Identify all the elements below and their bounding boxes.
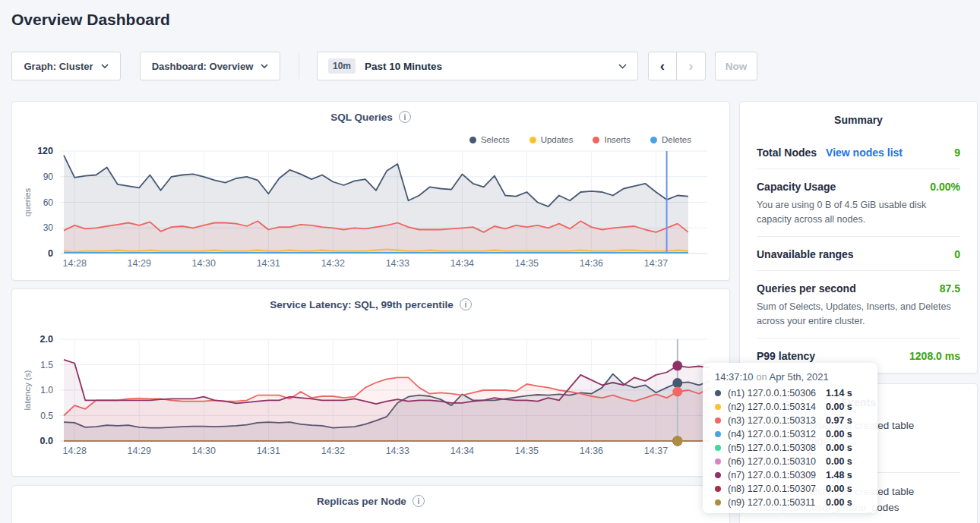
tooltip-row: (n6) 127.0.0.1:503100.00 s	[715, 455, 865, 468]
tooltip-on: on	[756, 371, 767, 383]
y-axis-label: latency (s)	[23, 370, 32, 410]
node-address: (n1) 127.0.0.1:50306	[728, 388, 826, 399]
dashboard-dropdown[interactable]: Dashboard: Overview	[140, 52, 280, 80]
node-address: (n7) 127.0.0.1:50309	[728, 470, 826, 480]
node-latency-value: 0.00 s	[826, 456, 852, 467]
x-tick-label: 14:28	[63, 258, 87, 269]
graph-dropdown[interactable]: Graph: Cluster	[11, 52, 121, 80]
time-nav-group: ‹ ›	[648, 52, 706, 80]
node-address: (n8) 127.0.0.1:50307	[728, 484, 826, 494]
node-latency-value: 0.00 s	[826, 402, 852, 412]
hover-dot	[672, 378, 682, 388]
x-tick-label: 14:37	[644, 446, 668, 456]
replicas-card: Replicas per Node i	[11, 485, 730, 523]
y-tick-label: 1.5	[40, 360, 53, 370]
node-address: (n2) 127.0.0.1:50314	[728, 402, 826, 412]
tooltip-date: Apr 5th, 2021	[770, 371, 829, 383]
summary-title: Summary	[740, 102, 977, 126]
sql-queries-chart[interactable]: 030609012014:2814:2914:3014:3114:3214:33…	[12, 102, 731, 282]
x-tick-label: 14:36	[580, 446, 603, 456]
x-tick-label: 14:30	[192, 446, 216, 456]
y-tick-label: 60	[43, 197, 54, 208]
node-address: (n9) 127.0.0.1:50311	[728, 497, 826, 508]
x-tick-label: 14:33	[386, 258, 409, 269]
x-tick-label: 14:34	[450, 446, 474, 456]
x-tick-label: 14:29	[128, 258, 151, 269]
node-address: (n6) 127.0.0.1:50310	[728, 456, 826, 467]
replicas-title: Replicas per Node	[317, 496, 406, 507]
y-tick-label: 30	[43, 222, 54, 233]
page-title: Overview Dashboard	[11, 11, 170, 29]
qps-desc: Sum of Selects, Updates, Inserts, and De…	[757, 300, 960, 339]
time-range-label: Past 10 Minutes	[365, 61, 442, 72]
capacity-value: 0.00%	[930, 181, 960, 193]
graph-dropdown-label: Graph: Cluster	[24, 61, 93, 72]
y-tick-label: 120	[37, 146, 53, 156]
node-latency-value: 0.00 s	[826, 497, 852, 508]
qps-label: Queries per second	[757, 282, 856, 295]
y-tick-label: 2.0	[40, 334, 53, 345]
y-tick-label: 0	[48, 248, 53, 259]
chevron-down-icon	[618, 64, 627, 69]
tooltip-row: (n7) 127.0.0.1:503091.48 s	[715, 468, 865, 482]
tooltip-time: 14:37:10	[715, 371, 754, 383]
node-latency-value: 0.00 s	[826, 484, 852, 494]
chevron-down-icon	[261, 64, 268, 68]
tooltip-header: 14:37:10 on Apr 5th, 2021	[715, 371, 865, 383]
x-tick-label: 14:31	[257, 446, 280, 456]
latency-card: Service Latency: SQL, 99th percentile i …	[11, 288, 730, 477]
info-icon[interactable]: i	[413, 495, 425, 507]
tooltip-row: (n1) 127.0.0.1:503061.14 s	[715, 386, 865, 400]
x-tick-label: 14:29	[128, 446, 151, 456]
x-tick-label: 14:33	[386, 446, 409, 456]
node-address: (n4) 127.0.0.1:50312	[728, 429, 826, 440]
prev-button[interactable]: ‹	[649, 52, 677, 80]
summary-card: Summary Total Nodes View nodes list 9 Ca…	[739, 101, 978, 373]
y-tick-label: 0.5	[40, 411, 53, 421]
node-latency-value: 1.48 s	[826, 470, 852, 480]
node-color-dot	[715, 417, 721, 424]
time-range-selector[interactable]: 10m Past 10 Minutes	[317, 52, 638, 80]
latency-chart[interactable]: 0.00.51.01.52.014:2814:2914:3014:3114:32…	[12, 289, 731, 477]
node-color-dot	[715, 472, 721, 478]
node-color-dot	[715, 499, 721, 506]
node-latency-value: 0.97 s	[826, 415, 852, 426]
dashboard-dropdown-label: Dashboard: Overview	[152, 61, 254, 72]
node-latency-value: 1.14 s	[826, 388, 852, 399]
hover-dot	[672, 436, 682, 446]
unavailable-ranges-row: Unavailable ranges 0	[757, 237, 960, 271]
total-nodes-label: Total Nodes	[757, 147, 817, 159]
x-tick-label: 14:30	[192, 258, 216, 269]
node-color-dot	[715, 390, 721, 396]
tooltip-row: (n5) 127.0.0.1:503080.00 s	[715, 441, 865, 455]
x-tick-label: 14:37	[644, 258, 668, 269]
hover-dot	[672, 361, 682, 370]
x-tick-label: 14:35	[515, 258, 539, 269]
chevron-down-icon	[101, 64, 109, 68]
next-button[interactable]: ›	[677, 52, 705, 80]
tooltip-row: (n9) 127.0.0.1:503110.00 s	[715, 496, 865, 509]
total-nodes-row: Total Nodes View nodes list 9	[757, 135, 960, 169]
tooltip-row: (n2) 127.0.0.1:503140.00 s	[715, 400, 865, 414]
now-button[interactable]: Now	[715, 52, 757, 80]
node-address: (n5) 127.0.0.1:50308	[728, 443, 826, 453]
total-nodes-value: 9	[954, 147, 960, 159]
x-tick-label: 14:36	[580, 258, 603, 269]
view-nodes-link[interactable]: View nodes list	[826, 147, 903, 159]
node-latency-value: 0.00 s	[826, 429, 852, 440]
y-axis-label: queries	[23, 187, 32, 216]
x-tick-label: 14:28	[63, 446, 87, 456]
hover-dot	[672, 387, 682, 397]
hover-tooltip: 14:37:10 on Apr 5th, 2021 (n1) 127.0.0.1…	[703, 363, 877, 513]
tooltip-row: (n3) 127.0.0.1:503130.97 s	[715, 414, 865, 427]
node-color-dot	[715, 445, 721, 451]
y-tick-label: 1.0	[40, 385, 53, 395]
x-tick-label: 14:32	[321, 446, 345, 456]
y-tick-label: 0.0	[40, 436, 53, 446]
x-tick-label: 14:35	[515, 446, 539, 456]
time-range-badge: 10m	[328, 58, 356, 74]
x-tick-label: 14:32	[321, 258, 345, 269]
unavailable-ranges-label: Unavailable ranges	[757, 248, 854, 260]
node-latency-value: 0.00 s	[826, 443, 852, 453]
node-address: (n3) 127.0.0.1:50313	[728, 415, 826, 426]
